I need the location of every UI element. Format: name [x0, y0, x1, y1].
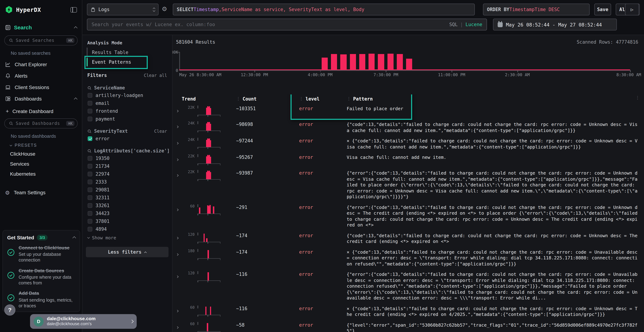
- column-header-level[interactable]: ⋮level: [296, 96, 344, 102]
- column-header-trend[interactable]: Trend: [182, 96, 232, 102]
- sidebar-item-chart-explorer[interactable]: Chart Explorer: [0, 59, 82, 70]
- filter-checkbox-item[interactable]: 22974: [82, 170, 172, 178]
- drag-handle-icon[interactable]: ⋮: [299, 96, 304, 101]
- filter-checkbox-item[interactable]: 33261: [82, 202, 172, 209]
- collapse-sidebar-icon[interactable]: [70, 7, 77, 12]
- show-more-button[interactable]: Show more: [82, 233, 172, 240]
- checkbox[interactable]: [88, 219, 92, 224]
- create-dashboard-button[interactable]: + Create Dashboard: [0, 104, 82, 117]
- checkbox[interactable]: [88, 227, 92, 231]
- filter-checkbox-item[interactable]: error: [82, 134, 172, 142]
- analysis-mode-option-event-patterns[interactable]: Event Patterns: [88, 57, 172, 67]
- filter-checkbox-item[interactable]: artillery-loadgen: [82, 91, 172, 99]
- expand-row-chevron[interactable]: [175, 170, 182, 178]
- filter-checkbox-item[interactable]: 34423: [82, 209, 172, 217]
- filter-checkbox-item[interactable]: frontend: [82, 107, 172, 115]
- lucene-search-input[interactable]: Search your events w/ Lucene ex. column:…: [87, 18, 487, 30]
- checkbox[interactable]: [88, 116, 92, 121]
- clear-filter-button[interactable]: Clear: [154, 128, 167, 134]
- pattern-row[interactable]: 180~174error× {"code":13,"details":"fail…: [175, 246, 644, 269]
- drag-handle-icon[interactable]: ⋮: [347, 96, 351, 101]
- checkbox[interactable]: [88, 187, 92, 192]
- order-by-input[interactable]: ORDER BY TimestampTime DESC: [483, 4, 590, 16]
- clear-all-button[interactable]: Clear all: [144, 73, 167, 78]
- table-options-icon[interactable]: ⋮: [636, 95, 640, 100]
- checkbox[interactable]: [88, 101, 92, 105]
- expand-row-chevron[interactable]: [175, 204, 182, 212]
- filter-checkbox-item[interactable]: 37801: [82, 217, 172, 225]
- filter-group-header[interactable]: SeverityTextClear: [82, 128, 172, 134]
- pattern-row[interactable]: 120~174error{"code":13,"details":"failed…: [175, 230, 644, 246]
- column-header-pattern[interactable]: ⋮Pattern: [344, 96, 644, 102]
- pattern-row[interactable]: 60~116error× {"code":13,"details":"faile…: [175, 303, 644, 319]
- source-select[interactable]: Logs: [87, 4, 158, 16]
- chevron-up-icon[interactable]: [74, 26, 78, 30]
- filter-checkbox-item[interactable]: 2333: [82, 178, 172, 186]
- filter-checkbox-item[interactable]: payment: [82, 115, 172, 123]
- lang-toggle-sql[interactable]: SQL: [449, 22, 458, 27]
- drag-handle-icon[interactable]: ⋮: [236, 96, 240, 101]
- sidebar-item-client-sessions[interactable]: Client Sessions: [0, 82, 82, 93]
- pattern-row[interactable]: 60~291error{"error":{"code":13,"details"…: [175, 202, 644, 230]
- preset-dashboard-link[interactable]: ClickHouse: [0, 149, 82, 159]
- expand-row-chevron[interactable]: [175, 105, 182, 114]
- get-started-step[interactable]: Create Data SourcesConfigure where your …: [7, 268, 76, 286]
- sidebar-item-alerts[interactable]: Alerts: [0, 70, 82, 82]
- analysis-mode-option-results-table[interactable]: Results Table: [88, 48, 172, 57]
- results-histogram[interactable]: 80K0May 26 8:30:00 AM12:30:00 PM4:00:00 …: [172, 35, 644, 82]
- lang-toggle-lucene[interactable]: Lucene: [466, 22, 482, 27]
- checkbox[interactable]: [88, 195, 92, 200]
- run-query-button[interactable]: ▷: [625, 4, 639, 16]
- saved-searches-input[interactable]: Saved Searches ⌘K: [4, 36, 78, 46]
- preset-dashboard-link[interactable]: Services: [0, 159, 82, 169]
- checkbox[interactable]: [88, 93, 92, 98]
- pattern-row[interactable]: 60~58error{"level":"error","span_id":"53…: [175, 319, 644, 332]
- expand-row-chevron[interactable]: [175, 138, 182, 146]
- get-started-step[interactable]: Connect to ClickHouseSet up your databas…: [7, 245, 76, 263]
- filter-checkbox-item[interactable]: 21734: [82, 162, 172, 170]
- sidebar-section-search[interactable]: Search: [0, 21, 82, 34]
- checkbox[interactable]: [88, 108, 92, 113]
- less-filters-button[interactable]: Less filters: [86, 247, 168, 257]
- checkbox-checked[interactable]: [88, 136, 92, 141]
- expand-row-chevron[interactable]: [175, 271, 182, 279]
- expand-row-chevron[interactable]: [175, 322, 182, 330]
- expand-row-chevron[interactable]: [175, 154, 182, 162]
- checkbox[interactable]: [88, 164, 92, 168]
- filter-checkbox-item[interactable]: 4894: [82, 225, 172, 233]
- saved-dashboards-input[interactable]: Saved Dashboards ⌘K: [4, 118, 78, 128]
- help-button[interactable]: ?: [4, 304, 16, 316]
- preset-dashboard-link[interactable]: Kubernetes: [0, 169, 82, 179]
- query-settings-gear-icon[interactable]: ⚙: [162, 6, 167, 12]
- filter-group-header[interactable]: LogAttributes['cache.size']: [82, 148, 172, 154]
- get-started-step[interactable]: Add DataStart sending logs, metrics, or …: [7, 291, 76, 309]
- filter-checkbox-item[interactable]: 32311: [82, 194, 172, 202]
- pattern-row[interactable]: 120~116error{"error":{"code":13,"details…: [175, 269, 644, 303]
- checkbox[interactable]: [88, 172, 92, 176]
- chevron-up-icon[interactable]: [72, 236, 76, 240]
- sidebar-item-dashboards[interactable]: Dashboards: [0, 93, 82, 104]
- pattern-row[interactable]: 24K~97244error× {"code":13,"details":"fa…: [175, 135, 644, 152]
- checkbox[interactable]: [88, 203, 92, 208]
- filter-checkbox-item[interactable]: 19350: [82, 154, 172, 162]
- column-header-count[interactable]: ⋮Count: [232, 96, 296, 102]
- filter-checkbox-item[interactable]: 29081: [82, 186, 172, 194]
- pattern-row[interactable]: 22K~103351errorFailed to place order: [175, 103, 644, 119]
- expand-row-chevron[interactable]: [175, 248, 182, 257]
- pattern-row[interactable]: 22K~93987error{"error":{"code":13,"detai…: [175, 168, 644, 202]
- expand-row-chevron[interactable]: [175, 121, 182, 129]
- checkbox[interactable]: [88, 180, 92, 184]
- date-range-picker[interactable]: May 26 08:52:44 - May 27 08:52:44: [493, 18, 617, 30]
- expand-row-chevron[interactable]: [175, 232, 182, 240]
- checkbox[interactable]: [88, 156, 92, 160]
- expand-row-chevron[interactable]: [175, 305, 182, 313]
- user-account-chip[interactable]: D dale@clickhouse.com dale@clickhouse.co…: [30, 314, 137, 329]
- filter-group-header[interactable]: ServiceName: [82, 84, 172, 91]
- sidebar-item-team-settings[interactable]: ⚙ Team Settings: [0, 187, 82, 198]
- select-query-input[interactable]: SELECT Timestamp, ServiceName as service…: [173, 4, 475, 16]
- presets-toggle[interactable]: PRESETS: [0, 140, 82, 149]
- pattern-row[interactable]: 24K~98698error{"code":13,"details":"fail…: [175, 119, 644, 135]
- checkbox[interactable]: [88, 211, 92, 216]
- filter-checkbox-item[interactable]: email: [82, 99, 172, 107]
- save-button[interactable]: Save: [594, 4, 611, 16]
